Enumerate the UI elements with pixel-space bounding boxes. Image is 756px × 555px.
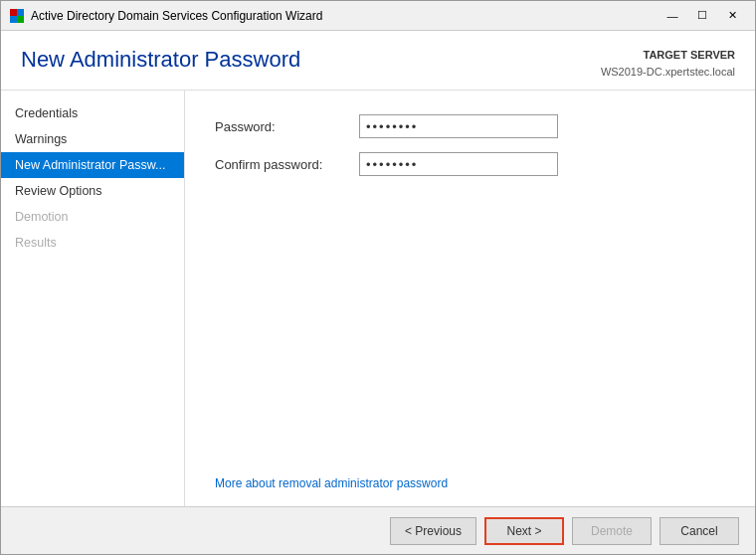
next-button[interactable]: Next > — [484, 517, 564, 545]
sidebar-item-warnings[interactable]: Warnings — [1, 126, 184, 152]
sidebar-item-new-admin-password[interactable]: New Administrator Passw... — [1, 152, 184, 178]
sidebar-item-review-options[interactable]: Review Options — [1, 178, 184, 204]
target-server-label: TARGET SERVER — [601, 47, 735, 64]
close-button[interactable]: ✕ — [717, 6, 747, 26]
svg-rect-3 — [17, 16, 24, 23]
footer: < Previous Next > Demote Cancel — [1, 506, 755, 554]
password-label: Password: — [215, 119, 359, 134]
main-window: Active Directory Domain Services Configu… — [0, 0, 756, 555]
main-content: Password: Confirm password: More about r… — [185, 91, 755, 506]
more-info-link[interactable]: More about removal administrator passwor… — [215, 476, 448, 490]
previous-button[interactable]: < Previous — [390, 517, 476, 545]
svg-rect-1 — [17, 9, 24, 16]
header: New Administrator Password TARGET SERVER… — [1, 31, 755, 91]
password-input[interactable] — [359, 114, 558, 138]
target-server-name: WS2019-DC.xpertstec.local — [601, 64, 735, 81]
svg-rect-0 — [10, 9, 17, 16]
minimize-button[interactable]: — — [658, 6, 687, 26]
sidebar: Credentials Warnings New Administrator P… — [1, 91, 185, 506]
window-title: Active Directory Domain Services Configu… — [31, 9, 322, 23]
confirm-password-label: Confirm password: — [215, 157, 359, 172]
content-area: Credentials Warnings New Administrator P… — [1, 91, 755, 506]
maximize-button[interactable]: ☐ — [687, 6, 717, 26]
demote-button[interactable]: Demote — [572, 517, 652, 545]
svg-rect-2 — [10, 16, 17, 23]
password-group: Password: — [215, 114, 725, 138]
sidebar-item-results: Results — [1, 230, 184, 256]
sidebar-item-credentials[interactable]: Credentials — [1, 100, 184, 126]
title-bar: Active Directory Domain Services Configu… — [1, 1, 755, 31]
page-title: New Administrator Password — [21, 47, 300, 73]
sidebar-item-demotion: Demotion — [1, 204, 184, 230]
confirm-password-input[interactable] — [359, 152, 558, 176]
confirm-password-group: Confirm password: — [215, 152, 725, 176]
app-icon — [9, 8, 25, 24]
target-server-info: TARGET SERVER WS2019-DC.xpertstec.local — [601, 47, 735, 80]
cancel-button[interactable]: Cancel — [660, 517, 739, 545]
window-controls: — ☐ ✕ — [658, 6, 747, 26]
